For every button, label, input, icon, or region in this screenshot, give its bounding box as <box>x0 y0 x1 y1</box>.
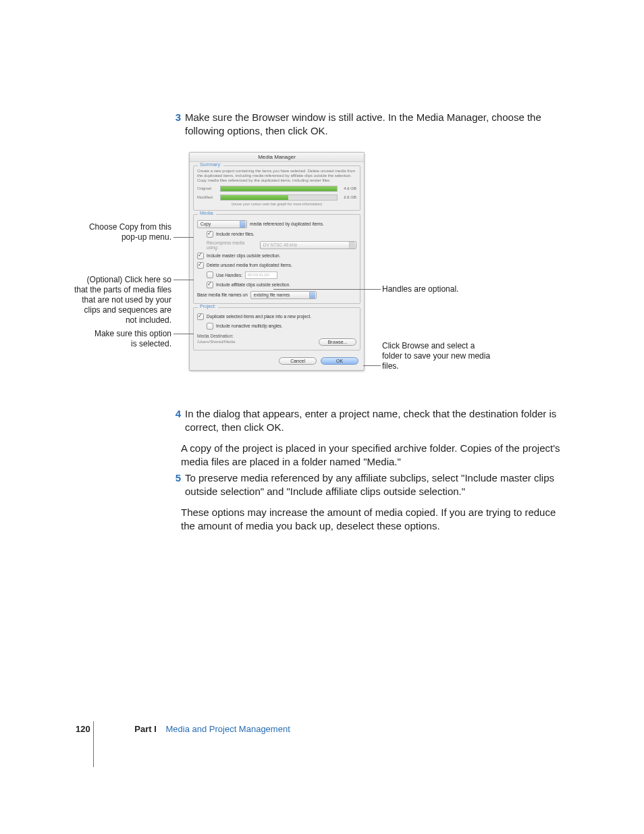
original-size: 4.6 GB <box>340 186 356 190</box>
step-4-text: In the dialog that appears, enter a proj… <box>185 407 560 435</box>
callout-browse: Click Browse and select a folder to save… <box>382 341 497 371</box>
step-3-number: 3 <box>169 111 185 138</box>
delete-unused-checkbox[interactable] <box>197 262 204 269</box>
callout-duplicate: Make sure this option is selected. <box>86 329 171 349</box>
action-popup[interactable]: Copy <box>197 220 247 228</box>
include-affiliate-checkbox[interactable] <box>207 282 213 288</box>
media-title: Media: <box>198 211 216 215</box>
callout-delete-unused: (Optional) Click here so that the parts … <box>73 275 171 325</box>
duplicate-label: Duplicate selected items and place into … <box>207 314 311 319</box>
part-label: Part I <box>134 724 157 734</box>
step-4-number: 4 <box>169 407 185 435</box>
include-master-label: Include master clips outside selection. <box>207 253 280 258</box>
step-5-followup: These options may increase the amount of… <box>181 506 560 533</box>
project-title: Project: <box>198 304 218 309</box>
footer-divider <box>93 721 94 767</box>
base-names-popup[interactable]: existing file names <box>250 291 317 299</box>
recompress-label: Recompress media using: <box>207 240 257 250</box>
include-render-label: Include render files. <box>216 232 254 236</box>
use-handles-checkbox[interactable] <box>207 271 213 278</box>
project-section: Project: Duplicate selected items and pl… <box>193 307 360 350</box>
duplicate-checkbox[interactable] <box>197 313 204 320</box>
nonactive-label: Include nonactive multiclip angles. <box>216 323 283 328</box>
media-dest-label: Media Destination: <box>197 334 356 338</box>
original-bar <box>220 186 338 192</box>
part-title: Media and Project Management <box>165 724 290 734</box>
summary-section: Summary: Create a new project containing… <box>193 165 360 211</box>
summary-text: Create a new project containing the item… <box>197 169 356 183</box>
media-manager-dialog: Media Manager Summary: Create a new proj… <box>189 152 365 371</box>
page-footer: 120 Part I Media and Project Management <box>76 724 290 734</box>
browse-button[interactable]: Browse... <box>319 338 356 346</box>
modified-label: Modified: <box>197 195 220 199</box>
step-3-text: Make sure the Browser window is still ac… <box>185 111 560 138</box>
modified-bar <box>220 194 338 201</box>
step-4-followup: A copy of the project is placed in your … <box>181 442 560 469</box>
include-master-checkbox[interactable] <box>197 253 204 259</box>
nonactive-checkbox[interactable] <box>207 323 213 330</box>
delete-unused-label: Delete unused media from duplicated item… <box>207 263 292 267</box>
base-names-label: Base media file names on <box>197 292 248 297</box>
use-handles-label: Use Handles: <box>216 273 242 278</box>
callout-copy-popup: Choose Copy from this pop-up menu. <box>73 222 171 242</box>
bar-note: (move your cursor over bar graph for mor… <box>197 202 356 206</box>
callout-handles: Handles are optional. <box>382 284 504 294</box>
original-label: Original: <box>197 186 220 190</box>
media-section: Media: Copy media referenced by duplicat… <box>193 214 360 304</box>
modified-size: 2.6 GB <box>340 195 356 199</box>
cancel-button[interactable]: Cancel <box>279 357 317 365</box>
recompress-popup: DV NTSC 48 kHz <box>260 241 356 249</box>
ok-button[interactable]: OK <box>321 357 358 365</box>
step-5-text: To preserve media referenced by any affi… <box>185 471 560 499</box>
summary-title: Summary: <box>198 162 223 167</box>
dialog-title: Media Manager <box>190 153 364 162</box>
page-number: 120 <box>76 724 90 734</box>
action-suffix: media referenced by duplicated items. <box>250 221 324 226</box>
include-affiliate-label: Include affiliate clips outside selectio… <box>216 282 290 287</box>
include-render-checkbox[interactable] <box>207 231 213 238</box>
media-dest-path: /Users/Shared/Media <box>197 340 235 344</box>
use-handles-field[interactable]: 00:00:01;00 <box>245 271 277 279</box>
step-5-number: 5 <box>169 471 185 499</box>
